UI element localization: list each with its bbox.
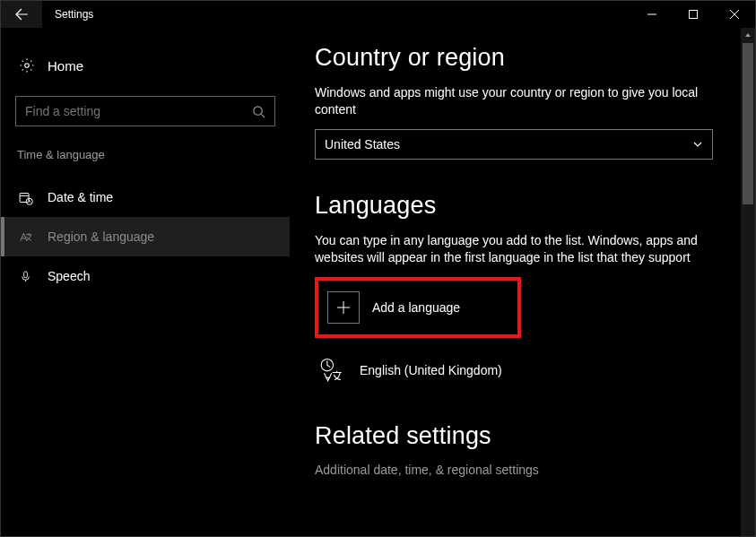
- sidebar-item-date-time[interactable]: Date & time: [1, 178, 290, 217]
- category-label: Time & language: [15, 148, 275, 161]
- nav-label: Date & time: [48, 190, 113, 204]
- languages-heading: Languages: [315, 192, 712, 220]
- nav-label: Region & language: [48, 230, 154, 244]
- close-button[interactable]: [714, 1, 755, 28]
- add-language-label: Add a language: [372, 300, 460, 315]
- gear-icon: [19, 57, 35, 74]
- country-desc: Windows and apps might use your country …: [315, 84, 709, 118]
- svg-line-6: [261, 114, 265, 117]
- microphone-icon: [17, 269, 33, 284]
- minimize-icon: [647, 10, 656, 19]
- svg-rect-7: [20, 193, 29, 202]
- language-icon: [17, 230, 33, 245]
- svg-rect-1: [690, 11, 698, 19]
- calendar-clock-icon: [17, 190, 33, 205]
- search-icon: [252, 105, 265, 118]
- maximize-button[interactable]: [673, 1, 714, 28]
- country-heading: Country or region: [315, 44, 712, 72]
- arrow-left-icon: [14, 7, 29, 22]
- chevron-down-icon: [692, 139, 703, 150]
- scroll-thumb[interactable]: [743, 43, 753, 204]
- country-dropdown[interactable]: United States: [315, 129, 713, 160]
- svg-point-4: [25, 64, 30, 68]
- svg-point-5: [254, 106, 262, 114]
- language-item[interactable]: English (United Kingdom): [315, 351, 712, 390]
- sidebar-item-speech[interactable]: Speech: [1, 256, 290, 296]
- search-box[interactable]: [15, 96, 275, 126]
- back-button[interactable]: [1, 1, 42, 28]
- add-language-highlight: Add a language: [315, 277, 521, 338]
- sidebar: Home Time & language Date & time Region …: [1, 28, 290, 536]
- minimize-button[interactable]: [631, 1, 673, 28]
- home-button[interactable]: Home: [15, 48, 275, 83]
- plus-icon: [335, 299, 352, 316]
- related-heading: Related settings: [315, 422, 712, 450]
- nav-label: Speech: [48, 269, 90, 283]
- language-name: English (United Kingdom): [360, 363, 502, 377]
- window-title: Settings: [42, 8, 93, 21]
- titlebar: Settings: [1, 1, 755, 28]
- search-input[interactable]: [25, 104, 252, 118]
- svg-rect-10: [23, 271, 27, 277]
- scroll-up-arrow[interactable]: [741, 28, 755, 42]
- add-language-button[interactable]: Add a language: [327, 286, 508, 329]
- related-link[interactable]: Additional date, time, & regional settin…: [315, 463, 712, 477]
- sidebar-item-region-language[interactable]: Region & language: [1, 217, 290, 256]
- language-pack-icon: [315, 354, 347, 386]
- maximize-icon: [689, 10, 698, 19]
- home-label: Home: [48, 58, 83, 74]
- languages-desc: You can type in any language you add to …: [315, 232, 709, 266]
- close-icon: [730, 10, 739, 19]
- country-value: United States: [325, 137, 400, 152]
- main-panel: Country or region Windows and apps might…: [290, 28, 755, 536]
- scrollbar[interactable]: [741, 28, 755, 536]
- chevron-up-icon: [744, 31, 752, 39]
- plus-box: [327, 291, 360, 324]
